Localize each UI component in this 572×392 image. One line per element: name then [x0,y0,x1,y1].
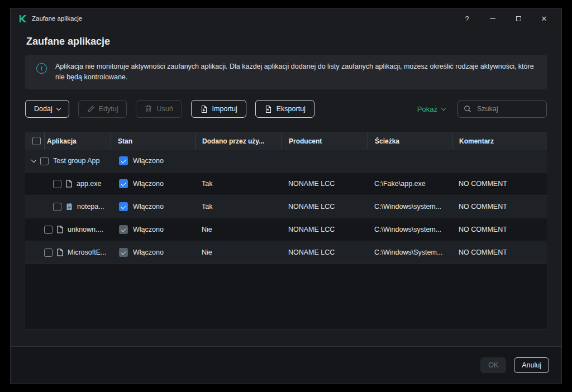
application-cell: unknown.... [25,218,111,241]
state-label: Włączono [133,180,164,188]
kaspersky-logo-icon [18,14,27,23]
added-by-user-cell: Nie [195,248,282,256]
info-banner: i Aplikacja nie monitoruje aktywności za… [25,55,547,89]
show-filter-button[interactable]: Pokaż [414,104,449,114]
show-filter-label: Pokaż [417,105,437,113]
help-button[interactable]: ? [459,11,475,26]
import-button-label: Importuj [212,105,237,113]
select-all-checkbox[interactable] [32,137,41,145]
state-checkbox[interactable] [119,202,128,211]
row-select-checkbox[interactable] [53,180,61,188]
add-button[interactable]: Dodaj [25,100,69,118]
chevron-down-icon[interactable] [31,157,37,162]
added-by-user-cell: Tak [195,180,282,188]
chevron-down-icon [441,106,446,110]
table-row[interactable]: unknown.... Włączono Nie NONAME LCC C:\W… [25,218,547,241]
state-checkbox [119,248,128,257]
state-checkbox[interactable] [119,156,128,165]
path-cell: C:\Windows\System... [368,248,452,256]
close-button[interactable]: ✕ [536,11,552,26]
column-header-state[interactable]: Stan [111,132,195,150]
column-header-producer[interactable]: Producent [282,132,368,150]
dialog-footer: OK Anuluj [11,346,561,384]
added-by-user-cell: Nie [195,226,282,233]
file-icon [57,226,63,233]
export-icon [264,105,272,113]
table-header: Aplikacja Stan Dodano przez uży... Produ… [25,132,547,150]
chevron-down-icon [56,106,60,110]
delete-button: Usuń [136,100,182,118]
path-cell: C:\Windows\system... [368,203,452,211]
row-select-checkbox[interactable] [40,157,49,165]
comment-cell: NO COMMENT [452,248,547,256]
row-select-checkbox[interactable] [44,248,53,257]
import-icon [200,105,208,113]
producer-cell: NONAME LCC [282,180,368,188]
file-icon [57,248,63,256]
export-button[interactable]: Eksportuj [255,100,314,118]
search-input[interactable] [476,104,541,113]
info-banner-text: Aplikacja nie monitoruje aktywności zauf… [55,61,537,83]
producer-cell: NONAME LCC [282,203,368,211]
application-name: Test group App [53,157,99,165]
comment-cell: NO COMMENT [452,226,547,233]
state-cell: Włączono [111,248,195,257]
info-icon: i [36,63,47,74]
delete-button-label: Usuń [156,105,173,113]
state-cell: Włączono [111,156,195,165]
trusted-apps-table: Aplikacja Stan Dodano przez uży... Produ… [25,132,547,329]
state-label: Włączono [133,248,164,256]
ok-button: OK [480,357,506,373]
search-box [457,101,547,118]
edit-button-label: Edytuj [99,105,118,113]
state-label: Włączono [133,157,164,165]
producer-cell: NONAME LCC [282,226,368,233]
window-title: Zaufane aplikacje [32,15,82,22]
search-icon [464,105,471,113]
cancel-button[interactable]: Anuluj [514,357,549,373]
import-button[interactable]: Importuj [191,100,246,118]
maximize-button[interactable] [510,11,527,26]
table-row-group[interactable]: Test group App Włączono [25,150,547,173]
application-cell: Test group App [25,150,111,172]
state-label: Włączono [133,203,164,211]
maximize-icon [516,16,521,21]
pencil-icon [87,106,94,113]
comment-cell: NO COMMENT [452,203,547,211]
titlebar: Zaufane aplikacje ? ✕ [11,8,561,28]
comment-cell: NO COMMENT [452,180,547,188]
column-header-added-by-user[interactable]: Dodano przez uży... [195,132,282,150]
page-title: Zaufane aplikacje [26,36,561,47]
application-cell: app.exe [25,173,111,195]
state-cell: Włączono [111,202,195,211]
table-empty-area [25,264,547,329]
table-row[interactable]: notepa... Włączono Tak NONAME LCC C:\Win… [25,195,547,218]
state-checkbox [119,225,128,234]
path-cell: C:\Fake\app.exe [368,180,452,188]
producer-cell: NONAME LCC [282,248,368,256]
minimize-button[interactable] [484,11,501,26]
state-checkbox[interactable] [119,179,128,188]
column-header-comment[interactable]: Komentarz [452,132,547,150]
application-name: notepa... [77,203,104,211]
state-cell: Włączono [111,225,195,234]
add-button-label: Dodaj [34,105,53,113]
application-cell: MicrosoftE... [25,241,111,264]
row-select-checkbox[interactable] [44,226,53,234]
notepad-icon [66,203,73,211]
added-by-user-cell: Tak [195,203,282,211]
table-row[interactable]: app.exe Włączono Tak NONAME LCC C:\Fake\… [25,173,547,195]
column-header-path[interactable]: Ścieżka [368,132,452,150]
export-button-label: Eksportuj [277,105,306,113]
column-header-application[interactable]: Aplikacja [44,132,111,150]
app-window: Zaufane aplikacje ? ✕ Zaufane aplikacje … [10,8,562,384]
row-select-checkbox[interactable] [53,203,61,211]
table-row[interactable]: MicrosoftE... Włączono Nie NONAME LCC C:… [25,241,547,264]
application-cell: notepa... [25,195,111,218]
edit-button: Edytuj [78,100,127,118]
application-name: unknown.... [68,226,103,233]
state-cell: Włączono [111,179,195,188]
toolbar: Dodaj Edytuj Usuń Importuj Eksportuj [25,100,547,118]
file-icon [66,180,72,188]
state-label: Włączono [133,226,164,233]
